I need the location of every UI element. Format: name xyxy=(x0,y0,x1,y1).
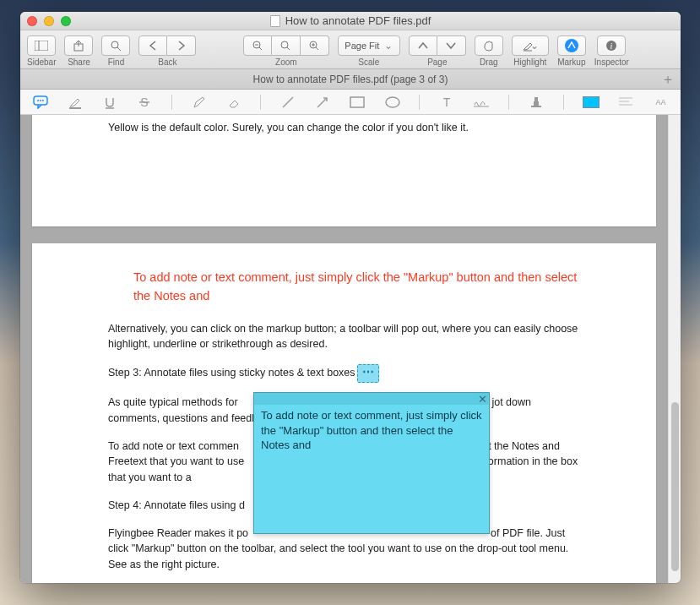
prev-page-button[interactable] xyxy=(409,35,437,56)
zoom-actual-button[interactable] xyxy=(272,35,301,56)
sticky-note-anchor[interactable] xyxy=(357,364,379,383)
color-swatch xyxy=(583,96,600,108)
separator xyxy=(419,95,420,110)
titlebar: How to annotate PDF files.pdf xyxy=(20,12,681,30)
highlight-tool[interactable] xyxy=(67,94,83,111)
underline-tool[interactable] xyxy=(101,94,117,111)
new-tab-button[interactable]: ＋ xyxy=(660,72,676,87)
chevron-updown-icon: ⌄ xyxy=(384,40,393,52)
drag-button[interactable] xyxy=(475,35,503,56)
markup-button[interactable] xyxy=(557,35,586,56)
pdf-page: Yellow is the default color. Surely, you… xyxy=(32,115,656,226)
back-label: Back xyxy=(158,57,176,67)
markup-icon xyxy=(565,39,578,52)
scale-label: Scale xyxy=(358,57,379,67)
svg-point-28 xyxy=(386,97,399,107)
zoom-out-button[interactable] xyxy=(243,35,272,56)
scrollbar-thumb[interactable] xyxy=(671,402,679,571)
close-icon[interactable]: ✕ xyxy=(478,392,487,407)
sidebar-label: Sidebar xyxy=(27,57,56,67)
svg-text:i: i xyxy=(610,41,613,51)
vertical-scrollbar[interactable] xyxy=(668,115,681,583)
svg-rect-33 xyxy=(534,97,538,101)
svg-text:T: T xyxy=(443,96,451,108)
window-title-text: How to annotate PDF files.pdf xyxy=(285,14,431,27)
svg-point-3 xyxy=(111,41,118,48)
svg-rect-0 xyxy=(35,41,48,51)
align-tool[interactable] xyxy=(618,94,634,111)
svg-point-20 xyxy=(42,100,44,101)
line-tool[interactable] xyxy=(279,94,296,111)
forward-button[interactable] xyxy=(167,35,196,56)
tab-label[interactable]: How to annotate PDF files.pdf (page 3 of… xyxy=(253,74,448,85)
svg-line-25 xyxy=(283,97,293,107)
back-button[interactable] xyxy=(138,35,167,56)
separator xyxy=(563,95,564,110)
document-icon xyxy=(270,15,280,27)
font-sample: AA xyxy=(656,98,666,106)
sticky-note-text[interactable]: To add note or text comment, just simply… xyxy=(261,408,482,453)
text-style-tool[interactable]: AA xyxy=(653,94,669,111)
sidebar-button[interactable] xyxy=(27,35,56,56)
separator xyxy=(508,95,509,110)
share-label: Share xyxy=(68,57,90,67)
next-page-button[interactable] xyxy=(437,35,466,56)
window-title: How to annotate PDF files.pdf xyxy=(20,14,681,27)
svg-point-18 xyxy=(37,100,39,101)
svg-line-26 xyxy=(317,98,327,107)
ellipse-tool[interactable] xyxy=(384,94,400,111)
inspector-button[interactable]: i xyxy=(597,35,626,56)
svg-rect-27 xyxy=(350,97,364,107)
sticky-note-header[interactable] xyxy=(254,393,489,405)
markup-toolbar: S T AA xyxy=(20,90,681,115)
note-tool[interactable] xyxy=(32,94,48,111)
eraser-tool[interactable] xyxy=(225,94,241,111)
svg-point-8 xyxy=(281,41,288,48)
color-picker[interactable] xyxy=(583,94,600,111)
find-button[interactable] xyxy=(101,35,130,56)
body-text: Step 3: Annotate files using sticky note… xyxy=(108,367,355,379)
strikethrough-tool[interactable]: S xyxy=(137,94,153,111)
signature-tool[interactable] xyxy=(473,94,490,111)
tab-bar: How to annotate PDF files.pdf (page 3 of… xyxy=(20,69,681,90)
markup-label: Markup xyxy=(557,57,585,67)
svg-line-9 xyxy=(287,47,290,50)
find-label: Find xyxy=(108,57,124,67)
body-text: Step 3: Annotate files using sticky note… xyxy=(108,364,580,383)
zoom-label: Zoom xyxy=(275,57,297,67)
rectangle-tool[interactable] xyxy=(350,94,366,111)
drag-label: Drag xyxy=(480,57,498,67)
app-window: How to annotate PDF files.pdf Sidebar Sh… xyxy=(20,12,681,583)
stamp-tool[interactable] xyxy=(528,94,544,111)
svg-line-7 xyxy=(259,47,262,50)
pencil-tool[interactable] xyxy=(191,94,207,111)
share-button[interactable] xyxy=(64,35,93,56)
svg-rect-31 xyxy=(531,106,541,107)
text-tool[interactable]: T xyxy=(438,94,454,111)
arrow-tool[interactable] xyxy=(315,94,331,111)
separator xyxy=(171,95,172,110)
scale-value: Page Fit xyxy=(345,41,379,51)
highlight-button[interactable]: ⌄ xyxy=(512,35,549,56)
body-text: Alternatively, you can click on the mark… xyxy=(108,321,580,353)
inspector-label: Inspector xyxy=(594,57,629,67)
svg-line-4 xyxy=(117,47,121,51)
highlight-label: Highlight xyxy=(513,57,546,67)
zoom-in-button[interactable] xyxy=(301,35,329,56)
svg-line-13 xyxy=(316,47,318,50)
chevron-down-icon: ⌄ xyxy=(530,40,539,52)
body-text: Yellow is the default color. Surely, you… xyxy=(108,120,580,136)
scale-select[interactable]: Page Fit⌄ xyxy=(338,35,400,56)
annotation-text[interactable]: To add note or text comment, just simply… xyxy=(133,269,580,306)
sticky-note-popup[interactable]: ✕ To add note or text comment, just simp… xyxy=(253,392,490,534)
separator xyxy=(260,95,261,110)
svg-point-19 xyxy=(40,100,41,101)
page-label: Page xyxy=(427,57,447,67)
svg-rect-32 xyxy=(534,101,539,106)
content-area: Yellow is the default color. Surely, you… xyxy=(20,115,681,583)
main-toolbar: Sidebar Share Find Back Zoom xyxy=(20,30,681,69)
